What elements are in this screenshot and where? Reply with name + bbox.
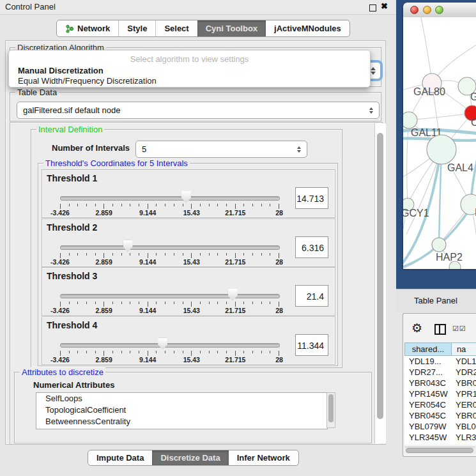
network-node[interactable] [461, 194, 476, 215]
slider-tick [209, 302, 210, 304]
number-of-intervals-combobox[interactable]: 5 [135, 141, 307, 158]
threshold-value-field[interactable]: 6.316 [295, 236, 328, 258]
tab-infer-network[interactable]: Infer Network [229, 450, 298, 465]
table-row[interactable]: YIL052CYIL0 [404, 443, 476, 445]
table-row[interactable]: YBR045CYBR0 [404, 410, 476, 421]
slider-tick [279, 253, 279, 258]
slider-track[interactable] [60, 343, 280, 348]
table-cell[interactable]: YDR27... [404, 367, 452, 378]
slider-tick-labels: -3.4262.8599.14415.4321.71528 [60, 356, 279, 363]
tab-label: Network [77, 24, 110, 33]
table-cell[interactable]: YLR3 [452, 432, 476, 443]
slider-tick [112, 253, 113, 256]
slider-tick [191, 204, 192, 209]
group-title: Interval Definition [36, 125, 104, 134]
table-cell[interactable]: YPR145W [404, 388, 452, 399]
attribute-list-item[interactable]: BetweennessCentrality [36, 416, 327, 427]
table-cell[interactable]: YLR345W [404, 432, 452, 443]
slider-tick [95, 253, 96, 256]
network-node[interactable] [403, 112, 417, 128]
tab-style[interactable]: Style [118, 20, 155, 36]
scrollbar-thumb[interactable] [328, 394, 334, 422]
attributes-list-scrollbar[interactable] [326, 392, 335, 428]
tab-select[interactable]: Select [155, 20, 197, 36]
column-header-name[interactable]: na [452, 342, 476, 356]
network-edge[interactable] [407, 120, 409, 204]
table-cell[interactable]: YBL079W [404, 421, 452, 432]
table-horizontal-scrollbar[interactable] [404, 447, 475, 454]
table-cell[interactable]: YPR1 [452, 388, 476, 399]
close-icon[interactable]: ✖ [381, 1, 388, 11]
attribute-list-item[interactable]: TopologicalCoefficient [36, 404, 327, 416]
table-row[interactable]: YBL079WYBL0 [404, 421, 476, 432]
network-canvas[interactable]: GAL80GALCGAL11GAL4GCY1HHAP2 [403, 17, 476, 269]
network-node[interactable] [432, 238, 446, 252]
tab-label: Select [164, 24, 188, 33]
select-columns-icon[interactable]: ☑☑ [452, 325, 466, 333]
network-node[interactable] [427, 135, 456, 164]
slider-track[interactable] [60, 196, 280, 201]
table-cell[interactable]: YDL19... [404, 356, 452, 367]
table-row[interactable]: YBR043CYBR0 [404, 378, 476, 388]
table-cell[interactable]: YDL1 [452, 356, 476, 367]
table-cell[interactable]: YER0 [452, 399, 476, 410]
column-header-shared-name[interactable]: shared... [404, 342, 452, 356]
attribute-list-item[interactable]: SelfLoops [36, 393, 327, 404]
slider-thumb[interactable] [158, 338, 167, 350]
network-window-titlebar[interactable] [403, 3, 476, 18]
threshold-value-field[interactable]: 14.713 [295, 187, 328, 209]
tab-network[interactable]: Network [57, 20, 118, 36]
float-window-icon[interactable] [369, 4, 376, 12]
network-graph[interactable]: GAL80GALCGAL11GAL4GCY1HHAP2 [403, 17, 476, 269]
split-columns-icon[interactable] [434, 324, 446, 335]
table-cell[interactable]: YBR043C [404, 378, 452, 388]
panel-title: Control Panel [5, 2, 56, 12]
scrollbar-thumb[interactable] [377, 133, 383, 419]
table-row[interactable]: YPR145WYPR1 [404, 388, 476, 399]
table-cell[interactable]: YBL0 [452, 421, 476, 432]
tab-jactivemnodules[interactable]: jActiveMNodules [266, 20, 349, 36]
table-data-combobox[interactable]: galFiltered.sif default node [17, 102, 380, 119]
table-cell[interactable]: YBR045C [404, 410, 452, 421]
slider-thumb[interactable] [123, 240, 133, 252]
slider-tick [191, 253, 192, 258]
popup-item-manual-discretization[interactable]: Manual Discretization [11, 66, 373, 75]
scrollbar-thumb[interactable] [406, 448, 473, 453]
table-cell[interactable]: YDR2 [452, 367, 476, 378]
tab-cyni-toolbox[interactable]: Cyni Toolbox [197, 20, 266, 36]
table-cell[interactable]: YBR0 [452, 410, 476, 421]
slider-tick [243, 302, 244, 304]
network-edge-highlighted[interactable] [471, 148, 476, 201]
slider-thumb[interactable] [181, 191, 191, 203]
slider-track[interactable] [60, 294, 280, 298]
tab-impute-data[interactable]: Impute Data [88, 450, 152, 465]
network-edge[interactable] [409, 113, 472, 120]
table-cell[interactable]: YIL0 [452, 443, 476, 445]
table-cell[interactable]: YER054C [404, 399, 452, 410]
minimize-traffic-light-icon[interactable] [423, 6, 431, 14]
network-edge[interactable] [420, 17, 432, 83]
slider-tick [279, 204, 279, 209]
slider-thumb[interactable] [228, 289, 238, 301]
table-cell[interactable]: YIL052C [404, 443, 452, 445]
table-cell[interactable]: YBR0 [452, 378, 476, 388]
slider-tick [270, 253, 270, 256]
table-row[interactable]: YDR27...YDR2 [404, 367, 476, 378]
slider-track[interactable] [60, 245, 280, 250]
slider-tick [165, 302, 165, 304]
threshold-value-field[interactable]: 21.4 [295, 285, 328, 307]
zoom-traffic-light-icon[interactable] [435, 6, 443, 14]
close-traffic-light-icon[interactable] [410, 6, 418, 14]
tab-discretize-data[interactable]: Discretize Data [152, 450, 228, 465]
network-node-label: GCY1 [403, 208, 429, 219]
table-row[interactable]: YLR345WYLR3 [404, 432, 476, 443]
popup-item-equal-width-frequency[interactable]: Equal Width/Frequency Discretization [11, 76, 373, 86]
gear-icon[interactable]: ⚙ [411, 322, 422, 334]
table-row[interactable]: YDL19...YDL1 [404, 356, 476, 367]
threshold-value-field[interactable]: 11.344 [295, 334, 328, 356]
slider-tick [217, 204, 218, 206]
table-row[interactable]: YER054CYER0 [404, 399, 476, 410]
slider-tick [139, 302, 139, 304]
panel-vertical-scrollbar[interactable] [374, 123, 386, 443]
slider-tick [200, 204, 201, 206]
